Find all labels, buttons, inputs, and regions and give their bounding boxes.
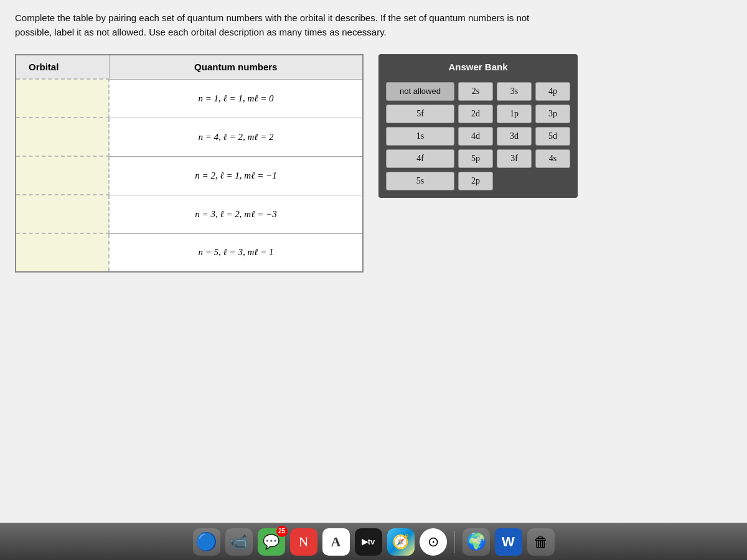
answer-tile-3p[interactable]: 3p xyxy=(535,105,570,123)
answer-tile-5p[interactable]: 5p xyxy=(458,149,493,168)
table-row: n = 1, ℓ = 1, mℓ = 0 xyxy=(16,79,363,118)
instructions-line1: Complete the table by pairing each set o… xyxy=(15,12,529,23)
dock-chrome[interactable]: ⊙ xyxy=(420,528,447,556)
quantum-table: Orbital Quantum numbers n = 1, ℓ = 1, mℓ… xyxy=(15,54,364,273)
dock-divider xyxy=(454,531,455,553)
orbital-cell-2[interactable] xyxy=(16,156,109,195)
quantum-cell-4: n = 5, ℓ = 3, mℓ = 1 xyxy=(109,233,363,272)
answer-tile-not-allowed[interactable]: not allowed xyxy=(386,82,454,101)
table-row: n = 4, ℓ = 2, mℓ = 2 xyxy=(16,118,363,156)
instructions-line2: possible, label it as not allowed. Use e… xyxy=(15,27,387,37)
table-row: n = 5, ℓ = 3, mℓ = 1 xyxy=(16,233,363,272)
answer-tile-3d[interactable]: 3d xyxy=(497,127,532,146)
dock-trash[interactable]: 🗑 xyxy=(527,528,555,556)
dock-apple-tv[interactable]: ▶tv xyxy=(355,528,382,556)
orbital-header: Orbital xyxy=(16,55,109,79)
answer-tile-2d[interactable]: 2d xyxy=(458,105,493,123)
answer-tile-1p[interactable]: 1p xyxy=(497,105,532,123)
orbital-cell-4[interactable] xyxy=(16,233,109,272)
quantum-cell-2: n = 2, ℓ = 1, mℓ = −1 xyxy=(109,156,363,195)
quantum-cell-1: n = 4, ℓ = 2, mℓ = 2 xyxy=(109,118,363,156)
dock-safari[interactable]: 🧭 xyxy=(387,528,415,556)
answer-bank-title: Answer Bank xyxy=(386,62,570,76)
answer-bank: Answer Bank not allowed2s3s4p5f2d1p3p1s4… xyxy=(378,54,578,198)
quantum-cell-0: n = 1, ℓ = 1, mℓ = 0 xyxy=(109,79,363,118)
dock-finder[interactable]: 🔵 xyxy=(193,528,220,556)
answer-tile-2s[interactable]: 2s xyxy=(458,82,493,101)
orbital-cell-3[interactable] xyxy=(16,195,109,233)
answer-tile-5s[interactable]: 5s xyxy=(386,172,454,190)
dock-font-book[interactable]: A xyxy=(322,528,350,556)
answer-tile-5d[interactable]: 5d xyxy=(535,127,570,146)
quantum-header: Quantum numbers xyxy=(109,55,363,79)
answer-tile-4s[interactable]: 4s xyxy=(535,149,570,168)
answer-tile-4f[interactable]: 4f xyxy=(386,149,454,168)
answer-tile-4p[interactable]: 4p xyxy=(535,82,570,101)
table-row: n = 2, ℓ = 1, mℓ = −1 xyxy=(16,156,363,195)
orbital-cell-0[interactable] xyxy=(16,79,109,118)
orbital-cell-1[interactable] xyxy=(16,118,109,156)
answer-tile-4d[interactable]: 4d xyxy=(458,127,493,146)
answer-tile-1s[interactable]: 1s xyxy=(386,127,454,146)
answer-tile-5f[interactable]: 5f xyxy=(386,105,454,123)
dock-messages[interactable]: 💬 25 xyxy=(258,528,285,556)
answer-tile-3f[interactable]: 3f xyxy=(497,149,532,168)
answer-tile-2p[interactable]: 2p xyxy=(458,172,493,190)
answer-tile-3s[interactable]: 3s xyxy=(497,82,532,101)
dock-news[interactable]: N xyxy=(290,528,317,556)
answer-grid: not allowed2s3s4p5f2d1p3p1s4d3d5d4f5p3f4… xyxy=(386,82,570,190)
dock: 🔵 📹 💬 25 N A ▶tv 🧭 ⊙ 🌍 W 🗑 xyxy=(0,523,747,560)
dock-facetime[interactable]: 📹 xyxy=(225,528,253,556)
quantum-cell-3: n = 3, ℓ = 2, mℓ = −3 xyxy=(109,195,363,233)
messages-badge: 25 xyxy=(276,526,288,537)
main-content: Complete the table by pairing each set o… xyxy=(0,0,747,523)
dock-word[interactable]: W xyxy=(495,528,522,556)
content-area: Orbital Quantum numbers n = 1, ℓ = 1, mℓ… xyxy=(15,54,732,273)
dock-globe[interactable]: 🌍 xyxy=(463,528,490,556)
table-row: n = 3, ℓ = 2, mℓ = −3 xyxy=(16,195,363,233)
instructions: Complete the table by pairing each set o… xyxy=(15,11,732,39)
